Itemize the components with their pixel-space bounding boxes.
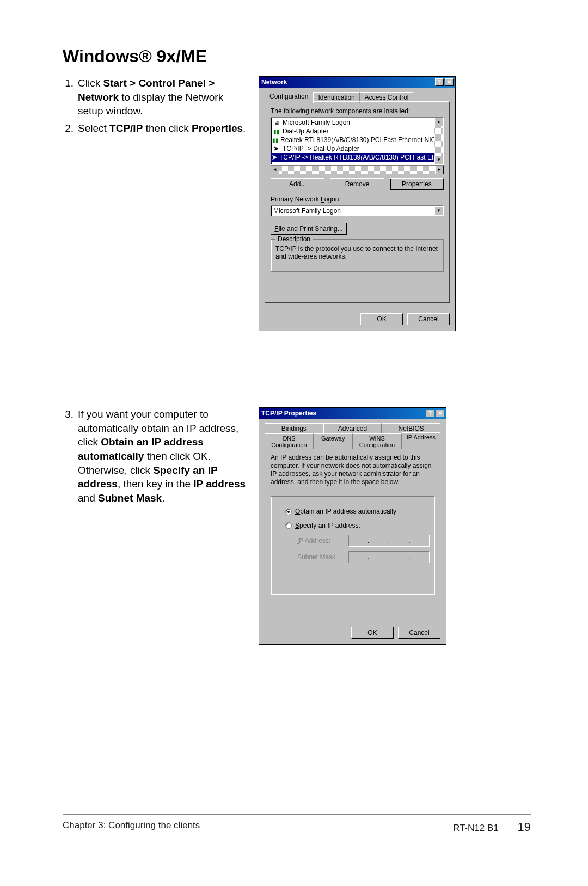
protocol-icon: ⮞ xyxy=(272,145,281,152)
instructions-block-2: 3. If you want your computer to automati… xyxy=(63,407,248,508)
instructions-block-1: 1. Click Start > Control Panel > Network… xyxy=(63,76,248,139)
text-bold: Properties xyxy=(192,123,243,134)
close-icon[interactable]: ✕ xyxy=(436,410,444,417)
radio-obtain-auto[interactable]: Obtain an IP address automatically xyxy=(285,508,430,516)
radio-icon xyxy=(285,509,292,515)
tab-gateway[interactable]: Gateway xyxy=(314,433,353,449)
footer-page-number: 19 xyxy=(518,820,531,834)
tab-bindings[interactable]: Bindings xyxy=(265,423,323,433)
list-item-label: Microsoft Family Logon xyxy=(283,119,350,126)
list-item[interactable]: ▮▮Dial-Up Adapter xyxy=(271,127,434,136)
client-icon: 🖥 xyxy=(272,119,281,126)
dialog-title: TCP/IP Properties xyxy=(261,410,316,417)
help-icon[interactable]: ? xyxy=(435,78,444,86)
vertical-scrollbar[interactable]: ▲ ▼ xyxy=(434,118,443,164)
properties-button[interactable]: Properties xyxy=(390,178,444,190)
text: Click xyxy=(78,77,103,89)
list-item-label: Dial-Up Adapter xyxy=(283,127,329,135)
ip-paragraph: An IP address can be automatically assig… xyxy=(271,454,434,486)
page-footer: Chapter 3: Configuring the clients RT-N1… xyxy=(63,814,531,834)
add-button[interactable]: Add... xyxy=(271,178,324,190)
text: then click xyxy=(143,123,192,134)
protocol-icon: ⮞ xyxy=(272,154,278,161)
logon-label: Primary Network Logon: xyxy=(271,195,444,203)
tab-configuration[interactable]: Configuration xyxy=(265,91,313,102)
step-number: 2. xyxy=(63,121,78,136)
titlebar[interactable]: Network ? ✕ xyxy=(259,77,455,88)
tcpip-properties-dialog: TCP/IP Properties ? ✕ Bindings Advanced … xyxy=(259,407,446,645)
step-number: 3. xyxy=(63,407,78,505)
adapter-icon: ▮▮ xyxy=(272,127,281,135)
radio-label: Obtain an IP address automatically xyxy=(295,508,396,516)
list-item-label: TCP/IP -> Dial-Up Adapter xyxy=(283,145,359,152)
text: Select xyxy=(78,123,109,134)
help-icon[interactable]: ? xyxy=(426,410,434,417)
list-item[interactable]: 🖥Microsoft Family Logon xyxy=(271,118,434,127)
subnet-mask-input: ... xyxy=(348,551,430,563)
scroll-up-icon[interactable]: ▲ xyxy=(434,118,443,126)
combo-value: Microsoft Family Logon xyxy=(273,207,341,215)
ip-address-input: ... xyxy=(348,535,430,547)
ip-address-label: IP Address: xyxy=(297,537,341,545)
cancel-button[interactable]: Cancel xyxy=(398,627,440,639)
close-icon[interactable]: ✕ xyxy=(445,78,454,86)
scroll-left-icon[interactable]: ◄ xyxy=(271,166,279,174)
ok-button[interactable]: OK xyxy=(351,627,394,639)
text: . xyxy=(243,123,246,134)
cancel-button[interactable]: Cancel xyxy=(407,313,450,325)
horizontal-scrollbar[interactable]: ◄ ► xyxy=(271,165,444,174)
scroll-right-icon[interactable]: ► xyxy=(435,166,444,174)
scroll-down-icon[interactable]: ▼ xyxy=(434,156,443,164)
text: , then key in the xyxy=(118,478,193,490)
titlebar[interactable]: TCP/IP Properties ? ✕ xyxy=(259,408,446,419)
dialog-title: Network xyxy=(261,78,287,86)
description-text: TCP/IP is the protocol you use to connec… xyxy=(275,245,439,260)
list-item[interactable]: ⮞TCP/IP -> Dial-Up Adapter xyxy=(271,144,434,153)
list-item-label: TCP/IP -> Realtek RTL8139(A/B/C/8130) PC… xyxy=(279,154,443,161)
step-text: Select TCP/IP then click Properties. xyxy=(78,121,248,136)
network-dialog: Network ? ✕ Configuration Identification… xyxy=(259,76,456,331)
radio-specify[interactable]: Specify an IP address: xyxy=(285,522,430,529)
ok-button[interactable]: OK xyxy=(360,313,403,325)
file-print-sharing-button[interactable]: File and Print Sharing... xyxy=(271,223,347,235)
components-listbox[interactable]: 🖥Microsoft Family Logon ▮▮Dial-Up Adapte… xyxy=(271,117,444,165)
footer-model: RT-N12 B1 xyxy=(453,823,499,833)
remove-button[interactable]: Remove xyxy=(330,178,384,190)
list-item-selected[interactable]: ⮞TCP/IP -> Realtek RTL8139(A/B/C/8130) P… xyxy=(271,153,434,162)
tab-advanced[interactable]: Advanced xyxy=(323,423,382,433)
step-text: Click Start > Control Panel > Network to… xyxy=(78,76,248,118)
text-bold: TCP/IP xyxy=(109,123,143,134)
chevron-down-icon[interactable]: ▼ xyxy=(434,206,443,215)
step-text: If you want your computer to automatical… xyxy=(78,407,248,505)
text-bold: Subnet Mask xyxy=(98,492,162,504)
tab-dns[interactable]: DNS Configuration xyxy=(265,433,314,449)
list-item-label: Realtek RTL8139(A/B/C/8130) PCI Fast Eth… xyxy=(280,136,436,144)
subnet-mask-label: Subnet Mask: xyxy=(297,553,341,561)
text: . xyxy=(162,492,164,504)
radio-label: Specify an IP address: xyxy=(295,522,360,529)
radio-icon xyxy=(285,522,292,529)
adapter-icon: ▮▮ xyxy=(272,136,279,144)
page-heading: Windows® 9x/ME xyxy=(63,46,531,66)
text: and xyxy=(78,492,98,504)
text-bold: IP address xyxy=(193,478,246,490)
step-number: 1. xyxy=(63,76,78,118)
tab-wins[interactable]: WINS Configuration xyxy=(353,433,402,449)
tab-ip-address[interactable]: IP Address xyxy=(402,432,441,448)
components-label: The following network components are ins… xyxy=(271,107,444,115)
logon-combo[interactable]: Microsoft Family Logon ▼ xyxy=(271,205,444,216)
description-group-title: Description xyxy=(275,235,313,243)
footer-chapter: Chapter 3: Configuring the clients xyxy=(63,820,200,834)
list-item[interactable]: ▮▮Realtek RTL8139(A/B/C/8130) PCI Fast E… xyxy=(271,136,434,144)
